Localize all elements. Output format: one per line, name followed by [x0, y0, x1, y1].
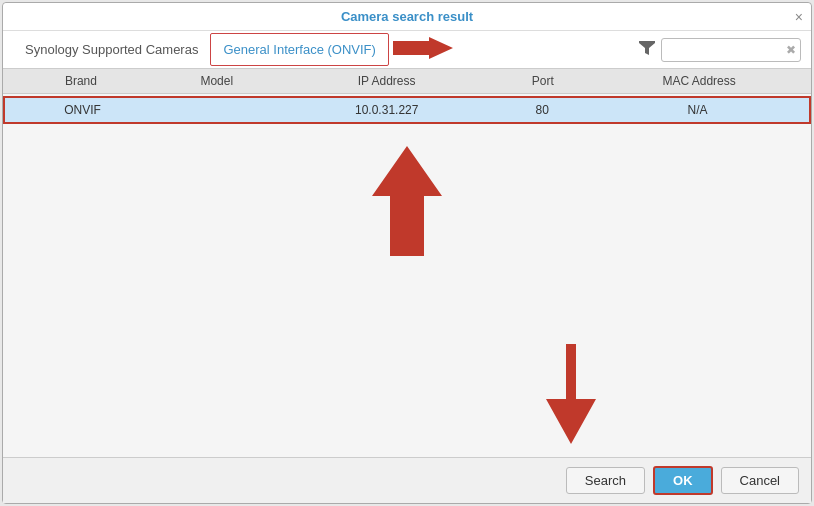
cell-brand: ONVIF [15, 103, 150, 117]
svg-marker-0 [393, 37, 453, 59]
dialog-titlebar: Camera search result × [3, 3, 811, 31]
toolbar: Synology Supported Cameras General Inter… [3, 31, 811, 69]
search-box: ✖ [661, 38, 801, 62]
svg-marker-2 [546, 344, 596, 444]
cell-model [150, 103, 285, 117]
svg-marker-1 [372, 146, 442, 256]
col-header-mac: MAC Address [597, 74, 801, 88]
cell-mac: N/A [596, 103, 799, 117]
table-header: Brand Model IP Address Port MAC Address [3, 69, 811, 94]
col-header-brand: Brand [13, 74, 149, 88]
col-header-port: Port [489, 74, 598, 88]
cell-ip: 10.0.31.227 [285, 103, 488, 117]
arrow-up-container [3, 126, 811, 256]
tab-synology[interactable]: Synology Supported Cameras [13, 34, 210, 65]
dialog-title: Camera search result [341, 9, 473, 24]
table-body: ONVIF 10.0.31.227 80 N/A [3, 94, 811, 457]
filter-icon [639, 41, 655, 58]
ok-button[interactable]: OK [653, 466, 713, 495]
arrow-up-icon [362, 146, 452, 256]
table-row[interactable]: ONVIF 10.0.31.227 80 N/A [3, 96, 811, 124]
arrow-down-icon [531, 344, 611, 444]
dialog-footer: Search OK Cancel [3, 457, 811, 503]
col-header-ip: IP Address [285, 74, 489, 88]
close-button[interactable]: × [795, 9, 803, 25]
col-header-model: Model [149, 74, 285, 88]
cancel-button[interactable]: Cancel [721, 467, 799, 494]
tab-general-onvif[interactable]: General Interface (ONVIF) [210, 33, 388, 66]
arrow-down-container [531, 344, 611, 447]
arrow-right-icon [393, 37, 453, 59]
search-clear-icon[interactable]: ✖ [786, 43, 796, 57]
content-area: ONVIF 10.0.31.227 80 N/A [3, 94, 811, 457]
camera-search-dialog: Camera search result × Synology Supporte… [2, 2, 812, 504]
search-input[interactable] [666, 43, 786, 57]
cell-port: 80 [488, 103, 596, 117]
search-button[interactable]: Search [566, 467, 645, 494]
